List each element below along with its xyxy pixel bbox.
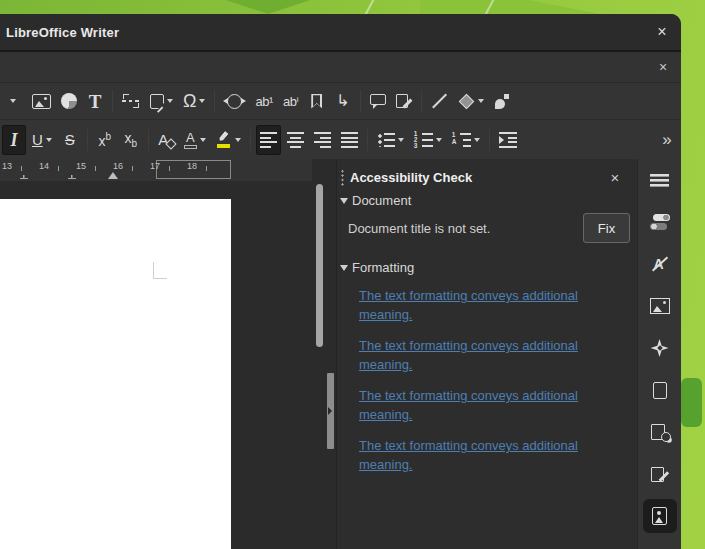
section-header-document[interactable]: Document — [337, 190, 637, 211]
align-left-button[interactable] — [256, 125, 281, 155]
style-inspector-icon — [651, 424, 665, 440]
insert-line-button[interactable] — [427, 86, 452, 116]
toolbar-separator — [360, 90, 361, 112]
insert-comment-button[interactable] — [366, 86, 390, 116]
ruler-indent-marker[interactable] — [108, 172, 118, 179]
font-color-button[interactable]: A — [180, 125, 210, 155]
table-dropdown-arrow[interactable] — [2, 86, 26, 116]
toolbar-formatting: IUSxbxbAA» — [0, 120, 681, 159]
chevron-down-icon[interactable] — [398, 138, 404, 142]
strikethrough-button[interactable]: S — [58, 125, 82, 155]
toolbar-separator — [87, 129, 88, 151]
track-changes-button[interactable] — [392, 86, 416, 116]
highlight-color-button[interactable] — [212, 125, 245, 155]
ruler-tabstop-marker[interactable] — [68, 175, 76, 179]
font-color-icon: A — [184, 131, 197, 149]
chevron-down-icon[interactable] — [199, 99, 205, 103]
insert-image-icon — [32, 94, 51, 109]
ruler-tick — [169, 166, 170, 171]
toolbar-separator — [489, 129, 490, 151]
titlebar[interactable]: LibreOffice Writer × — [0, 14, 681, 52]
chevron-down-icon[interactable] — [436, 138, 442, 142]
formatting-issue-link[interactable]: The text formatting conveys additional m… — [359, 336, 611, 374]
fix-button[interactable]: Fix — [583, 213, 630, 243]
panel-grip-icon[interactable] — [341, 169, 344, 186]
sidebar-tab-manage-changes[interactable] — [643, 457, 677, 491]
ruler-tabstop-marker[interactable] — [20, 175, 28, 179]
horizontal-ruler[interactable]: 131415161718 — [0, 159, 312, 181]
subscript-button[interactable]: xb — [119, 125, 143, 155]
window-close-button[interactable]: × — [649, 19, 675, 45]
align-center-button[interactable] — [283, 125, 308, 155]
insert-comment-icon — [370, 94, 386, 105]
sidebar-tab-page[interactable] — [643, 373, 677, 407]
toolbar-separator — [112, 90, 113, 112]
text-boundary-corner — [153, 262, 167, 279]
insert-bookmark-button[interactable] — [305, 86, 329, 116]
show-draw-functions-button[interactable] — [490, 86, 514, 116]
align-right-button[interactable] — [310, 125, 335, 155]
superscript-icon: xb — [99, 132, 112, 148]
formatting-issue-link[interactable]: The text formatting conveys additional m… — [359, 436, 611, 474]
insert-section-button[interactable] — [146, 86, 177, 116]
menubar-row: × — [0, 52, 681, 83]
formatting-issue-link[interactable]: The text formatting conveys additional m… — [359, 386, 611, 424]
insert-chart-button[interactable] — [57, 86, 81, 116]
ruler-tick — [132, 166, 133, 171]
numbered-list-button[interactable] — [410, 125, 446, 155]
superscript-button[interactable]: xb — [93, 125, 117, 155]
sidebar-tab-accessibility-check[interactable] — [643, 499, 677, 533]
insert-hyperlink-icon — [227, 94, 242, 109]
sidebar-tab-style-inspector[interactable] — [643, 415, 677, 449]
insert-hyperlink-button[interactable] — [220, 86, 249, 116]
section-header-formatting[interactable]: Formatting — [337, 257, 637, 278]
sidebar-tab-styles[interactable] — [643, 247, 677, 281]
sidebar-tab-navigator[interactable] — [643, 331, 677, 365]
toolbar-separator — [214, 90, 215, 112]
basic-shapes-button[interactable] — [454, 86, 488, 116]
chevron-down-icon[interactable] — [46, 138, 52, 142]
sidebar-splitter-handle[interactable] — [327, 373, 334, 449]
underline-button[interactable]: U — [28, 125, 56, 155]
insert-endnote-button[interactable]: abⁱ — [279, 86, 303, 116]
insert-section-icon — [150, 94, 164, 109]
sidebar-tab-properties[interactable] — [643, 205, 677, 239]
insert-bookmark-icon — [311, 94, 322, 109]
bullet-list-icon — [377, 132, 395, 147]
document-page[interactable] — [0, 199, 231, 549]
ruler-number: 16 — [113, 161, 123, 171]
formatting-issue-link[interactable]: The text formatting conveys additional m… — [359, 286, 611, 324]
toolbar-overflow-button[interactable]: » — [655, 125, 679, 155]
table-dropdown-arrow-icon — [10, 96, 18, 106]
italic-button[interactable]: I — [2, 125, 26, 155]
chevron-down-icon[interactable] — [167, 99, 173, 103]
justify-button[interactable] — [337, 125, 362, 155]
collapse-triangle-icon — [340, 198, 348, 204]
vertical-scrollbar-thumb[interactable] — [316, 184, 323, 347]
document-canvas[interactable] — [0, 181, 336, 549]
font-color-letter: A — [186, 131, 195, 144]
sidebar-tab-gallery[interactable] — [643, 289, 677, 323]
insert-cross-reference-button[interactable]: ↳ — [331, 86, 355, 116]
chevron-down-icon[interactable] — [200, 138, 206, 142]
insert-image-button[interactable] — [28, 86, 55, 116]
increase-indent-button[interactable] — [495, 125, 521, 155]
align-center-icon — [287, 131, 304, 148]
chevron-down-icon[interactable] — [474, 138, 480, 142]
sidebar-settings-icon — [650, 174, 669, 187]
clear-formatting-button[interactable]: A — [154, 125, 178, 155]
panel-close-button[interactable]: × — [605, 167, 625, 187]
sidebar-tab-sidebar-settings[interactable] — [643, 163, 677, 197]
gallery-icon — [650, 298, 670, 314]
document-close-button[interactable]: × — [653, 57, 673, 77]
chevron-down-icon[interactable] — [478, 99, 484, 103]
insert-page-break-button[interactable] — [118, 86, 144, 116]
chevron-down-icon[interactable] — [235, 138, 241, 142]
insert-textbox-button[interactable]: T — [83, 86, 107, 116]
page-icon — [653, 382, 667, 399]
bullet-list-button[interactable] — [373, 125, 408, 155]
outline-list-button[interactable] — [448, 125, 484, 155]
insert-chart-icon — [61, 93, 77, 109]
insert-footnote-button[interactable]: ab¹ — [251, 86, 276, 116]
insert-special-character-button[interactable]: Ω — [179, 86, 209, 116]
